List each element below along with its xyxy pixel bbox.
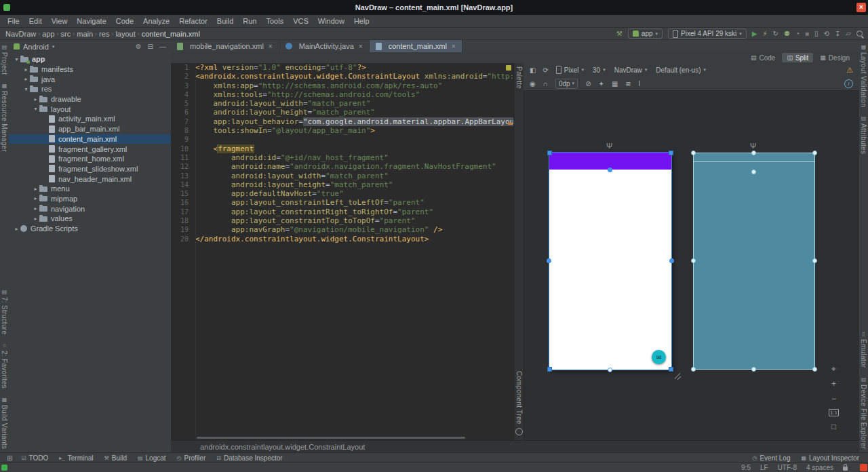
constraint-anchor[interactable] bbox=[751, 367, 756, 372]
menu-view[interactable]: View bbox=[47, 15, 73, 27]
tool-window-layout-inspector[interactable]: ▦Layout Inspector bbox=[796, 454, 865, 462]
device-selector-combo[interactable]: Pixel 4 API 29 kski ▾ bbox=[668, 28, 747, 39]
line-number[interactable]: 1 bbox=[171, 63, 195, 72]
breadcrumb-res[interactable]: res bbox=[99, 30, 109, 38]
code-line-9[interactable]: 9 bbox=[171, 135, 513, 144]
code-line-3[interactable]: 3 xmlns:app="http://schemas.android.com/… bbox=[171, 81, 513, 90]
line-number[interactable]: 20 bbox=[171, 235, 195, 243]
tool-button-device-file-explorer[interactable]: ▤Device File Explorer bbox=[860, 376, 867, 449]
collapse-all-icon[interactable]: ⊟ bbox=[148, 43, 153, 50]
resize-handle[interactable] bbox=[691, 151, 696, 155]
profile-button[interactable]: ◔ bbox=[795, 31, 800, 37]
line-number[interactable]: 14 bbox=[171, 180, 195, 189]
run-configuration-combo[interactable]: app ▾ bbox=[628, 28, 663, 39]
pack-icon[interactable]: ▦ bbox=[612, 80, 618, 87]
menu-edit[interactable]: Edit bbox=[24, 15, 47, 27]
code-line-14[interactable]: 14 android:layout_height="match_parent" bbox=[171, 180, 513, 189]
tree-collapsed-arrow-icon[interactable]: ▸ bbox=[22, 66, 30, 73]
menu-help[interactable]: Help bbox=[349, 15, 374, 27]
tool-button-build-variants[interactable]: ▦Build Variants bbox=[1, 397, 8, 449]
palette-tab[interactable]: Palette bbox=[515, 66, 523, 89]
constraint-anchor[interactable] bbox=[751, 170, 756, 174]
line-number[interactable]: 18 bbox=[171, 216, 195, 225]
xml-breadcrumb[interactable]: androidx.constraintlayout.widget.Constra… bbox=[200, 443, 365, 451]
lock-icon[interactable] bbox=[843, 467, 848, 471]
constraint-anchor[interactable] bbox=[669, 258, 674, 263]
tree-collapsed-arrow-icon[interactable]: ▸ bbox=[32, 96, 39, 102]
close-tab-icon[interactable]: × bbox=[269, 43, 273, 50]
pan-button[interactable]: ⌖ bbox=[831, 364, 836, 374]
theme-combo[interactable]: NavDraw▾ bbox=[614, 66, 648, 74]
menu-window[interactable]: Window bbox=[313, 15, 349, 27]
resize-handle[interactable] bbox=[691, 367, 696, 372]
menu-vcs[interactable]: VCS bbox=[288, 15, 313, 27]
line-number[interactable]: 16 bbox=[171, 198, 195, 207]
device-manager-button[interactable]: ▯ bbox=[814, 31, 818, 37]
code-line-17[interactable]: 17 app:layout_constraintRight_toRightOf=… bbox=[171, 208, 513, 216]
tree-collapsed-arrow-icon[interactable]: ▸ bbox=[32, 216, 39, 222]
constraint-anchor[interactable] bbox=[812, 258, 817, 263]
menu-code[interactable]: Code bbox=[111, 15, 138, 27]
tree-item-java[interactable]: ▸java bbox=[9, 74, 171, 84]
tool-window-build[interactable]: ⚒Build bbox=[99, 454, 132, 462]
line-number[interactable]: 12 bbox=[171, 162, 195, 171]
help-icon[interactable]: i bbox=[844, 79, 853, 88]
code-line-20[interactable]: 20</androidx.constraintlayout.widget.Con… bbox=[171, 235, 513, 243]
code-line-7[interactable]: 7 app:layout_behavior="com.google.androi… bbox=[171, 117, 513, 126]
breadcrumb-main[interactable]: main bbox=[77, 30, 93, 38]
close-tab-icon[interactable]: × bbox=[452, 43, 456, 50]
line-number[interactable]: 6 bbox=[171, 108, 195, 117]
menu-analyze[interactable]: Analyze bbox=[138, 15, 174, 27]
orientation-selector-icon[interactable]: ⟳ bbox=[542, 66, 548, 74]
apply-changes-button[interactable]: ⚡ bbox=[763, 31, 768, 37]
tool-window-logcat[interactable]: ▤Logcat bbox=[132, 454, 172, 462]
breadcrumb-navdraw[interactable]: NavDraw bbox=[5, 30, 36, 38]
breadcrumb-src[interactable]: src bbox=[61, 30, 71, 38]
status-4-spaces[interactable]: 4 spaces bbox=[806, 464, 833, 471]
project-view-selector[interactable]: Android bbox=[23, 43, 49, 51]
tool-window-database-inspector[interactable]: ⊟Database Inspector bbox=[211, 454, 288, 462]
tree-item-fragment-slideshow-xml[interactable]: fragment_slideshow.xml bbox=[9, 164, 171, 174]
breadcrumb-content-main-xml[interactable]: content_main.xml bbox=[142, 30, 200, 38]
line-number[interactable]: 3 bbox=[171, 81, 195, 90]
component-tree-tab[interactable]: Component Tree bbox=[515, 368, 523, 435]
line-number[interactable]: 11 bbox=[171, 153, 195, 162]
code-line-19[interactable]: 19 app:navGraph="@navigation/mobile_navi… bbox=[171, 225, 513, 234]
tool-window-profiler[interactable]: ◴Profiler bbox=[172, 454, 212, 462]
tool-button-resource-manager[interactable]: ▦Resource Manager bbox=[1, 83, 8, 152]
tree-item-fragment-home-xml[interactable]: fragment_home.xml bbox=[9, 154, 171, 164]
line-number[interactable]: 13 bbox=[171, 172, 195, 180]
view-options-icon[interactable]: ◉ bbox=[530, 80, 536, 87]
tool-window-event-log[interactable]: ◷Event Log bbox=[747, 454, 795, 462]
warnings-icon[interactable]: ⚠ bbox=[846, 66, 853, 75]
line-number[interactable]: 10 bbox=[171, 144, 195, 153]
line-number[interactable]: 5 bbox=[171, 99, 195, 108]
menu-tools[interactable]: Tools bbox=[261, 15, 288, 27]
tree-expanded-arrow-icon[interactable]: ▾ bbox=[22, 86, 30, 92]
menu-navigate[interactable]: Navigate bbox=[72, 15, 111, 27]
tool-button-emulator[interactable]: ▯Emulator bbox=[860, 331, 867, 368]
resize-handle[interactable] bbox=[669, 367, 673, 372]
horizontal-scrollbar[interactable] bbox=[197, 437, 465, 439]
status-utf-8[interactable]: UTF-8 bbox=[778, 464, 797, 471]
code-line-1[interactable]: 1<?xml version="1.0" encoding="utf-8"?> bbox=[171, 63, 513, 72]
editor-mode-code[interactable]: ▤Code bbox=[746, 53, 780, 62]
zoom-to-fit-button[interactable]: □ bbox=[831, 422, 836, 431]
tree-expanded-arrow-icon[interactable]: ▾ bbox=[13, 56, 20, 62]
design-canvas[interactable]: Ψ Ψ ✉ bbox=[524, 90, 859, 441]
infer-constraints-icon[interactable]: ✦ bbox=[599, 80, 604, 87]
status-lf[interactable]: LF bbox=[760, 464, 768, 471]
tree-item-app-bar-main-xml[interactable]: app_bar_main.xml bbox=[9, 124, 171, 134]
avd-manager-button[interactable]: ▱ bbox=[846, 31, 851, 37]
apply-code-changes-button[interactable]: ↻ bbox=[773, 31, 778, 37]
zoom-actual-button[interactable]: 1:1 bbox=[829, 409, 839, 416]
blueprint-view[interactable] bbox=[693, 153, 815, 370]
line-number[interactable]: 2 bbox=[171, 72, 195, 81]
constraint-anchor[interactable] bbox=[751, 151, 756, 155]
inspections-indicator[interactable] bbox=[506, 65, 511, 71]
code-line-11[interactable]: 11 android:id="@+id/nav_host_fragment" bbox=[171, 153, 513, 162]
tool-window-todo[interactable]: ☑TODO bbox=[16, 454, 54, 462]
line-number[interactable]: 4 bbox=[171, 90, 195, 99]
constraint-anchor[interactable] bbox=[547, 258, 551, 263]
debug-button[interactable]: ⚉ bbox=[784, 31, 790, 37]
